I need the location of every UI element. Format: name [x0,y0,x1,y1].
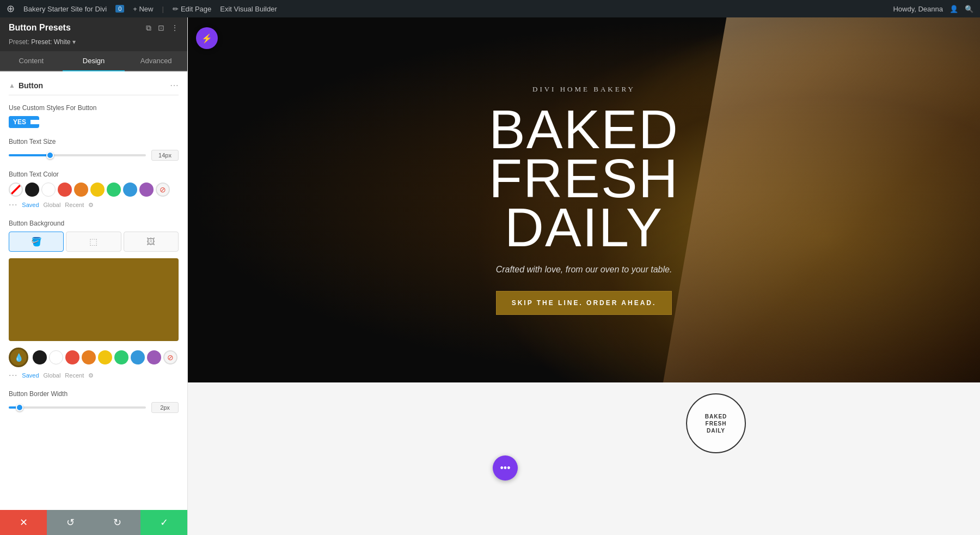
text-size-slider-thumb[interactable] [46,151,54,159]
section-title: ▲ Button [9,81,43,90]
color-dots[interactable]: ··· [9,200,17,210]
text-size-slider-track[interactable] [9,154,146,156]
bottom-tag-gear-icon[interactable]: ⚙ [88,372,94,379]
border-width-label: Button Border Width [9,390,179,398]
color-swatch-white[interactable] [41,183,56,197]
bottom-swatch-custom[interactable]: ⊘ [163,350,177,364]
tab-design[interactable]: Design [63,51,125,71]
save-button[interactable]: ✓ [140,510,187,535]
purple-fab-button[interactable]: ••• [493,455,518,481]
color-tag-global[interactable]: Global [44,202,61,208]
color-swatch-yellow[interactable] [90,183,105,197]
color-swatch-orange[interactable] [74,183,88,197]
divi-fab-button[interactable]: ⚡ [196,27,218,49]
bg-field: Button Background 🪣 ⬚ 🖼 💧 [9,220,179,380]
copy-icon[interactable]: ⧉ [146,23,151,33]
color-swatch-purple[interactable] [139,183,154,197]
color-tag-saved[interactable]: Saved [22,202,39,208]
bottom-swatch-red[interactable] [65,350,79,364]
hero-title-line2: DAILY [394,203,775,252]
more-icon[interactable]: ⋮ [171,23,179,33]
preset-label[interactable]: Preset: Preset: White ▾ [9,38,76,46]
tab-advanced[interactable]: Advanced [125,51,187,71]
bottom-swatch-orange[interactable] [82,350,96,364]
redo-icon: ↻ [113,516,121,528]
bottom-tag-recent[interactable]: Recent [65,372,84,379]
color-swatch-black[interactable] [25,183,39,197]
left-panel: Button Presets ⧉ ⊡ ⋮ Preset: Preset: Whi… [0,17,188,535]
section-collapse-icon[interactable]: ▲ [9,82,15,89]
divi-fab-icon: ⚡ [201,33,212,44]
panel-header: Button Presets ⧉ ⊡ ⋮ [0,17,187,38]
bottom-swatch-white[interactable] [49,350,63,364]
bg-options: 🪣 ⬚ 🖼 [9,232,179,252]
border-width-slider-track[interactable] [9,406,146,409]
color-swatch-blue[interactable] [123,183,137,197]
custom-styles-field: Use Custom Styles For Button YES [9,104,179,128]
undo-icon: ↺ [66,516,75,528]
site-name-link[interactable]: Bakery Starter Site for Divi [23,5,107,13]
bottom-swatch-purple[interactable] [147,350,161,364]
bottom-swatch-black[interactable] [33,350,47,364]
bg-option-image[interactable]: 🖼 [124,232,179,252]
stamp-text: BAKED FRESH DAILY [705,413,727,434]
close-icon: ✕ [20,516,28,528]
color-tag-gear-icon[interactable]: ⚙ [88,202,94,209]
section-menu-icon[interactable]: ⋯ [170,80,179,90]
custom-styles-toggle[interactable]: YES [9,116,39,128]
color-tag-recent[interactable]: Recent [65,202,84,208]
separator: | [162,5,164,13]
color-swatch-transparent[interactable] [9,183,23,197]
color-swatch-green[interactable] [107,183,121,197]
close-button[interactable]: ✕ [0,510,47,535]
tab-content[interactable]: Content [0,51,63,71]
toggle-yes[interactable]: YES [9,116,30,128]
toggle-no[interactable] [30,120,39,124]
eyedropper-button[interactable]: 💧 [9,348,28,367]
color-swatch-red[interactable] [58,183,72,197]
bottom-color-dots[interactable]: ··· [9,370,17,380]
new-button[interactable]: + New [133,5,153,13]
bottom-swatch-blue[interactable] [131,350,145,364]
redo-button[interactable]: ↻ [94,510,140,535]
bottom-swatch-yellow[interactable] [98,350,112,364]
bottom-tag-saved[interactable]: Saved [22,372,39,379]
bottom-swatch-green[interactable] [114,350,128,364]
edit-page-link[interactable]: ✏ Edit Page [173,5,211,13]
main-layout: Button Presets ⧉ ⊡ ⋮ Preset: Preset: Whi… [0,17,980,535]
bg-option-gradient[interactable]: ⬚ [66,232,121,252]
canvas: DIVI HOME BAKERY BAKED FRESH DAILY Craft… [188,17,980,535]
section-header-button: ▲ Button ⋯ [9,80,179,95]
border-width-field: Button Border Width 2px [9,390,179,413]
panel-tabs: Content Design Advanced [0,51,187,71]
panel-body: ▲ Button ⋯ Use Custom Styles For Button … [0,71,187,510]
text-size-value[interactable]: 14px [151,150,179,161]
undo-button[interactable]: ↺ [47,510,94,535]
hero-content: DIVI HOME BAKERY BAKED FRESH DAILY Craft… [394,85,775,315]
bg-option-solid[interactable]: 🪣 [9,232,64,252]
color-swatch-custom[interactable]: ⊘ [156,183,170,197]
avatar[interactable]: 👤 [950,5,958,13]
color-preview-large[interactable] [9,258,179,341]
exit-builder-link[interactable]: Exit Visual Builder [220,5,277,13]
border-width-value[interactable]: 2px [151,402,179,413]
wp-logo-icon[interactable]: ⊕ [7,3,15,15]
pencil-icon: ✏ [173,5,179,13]
bottom-tag-global[interactable]: Global [44,372,61,379]
check-icon: ✓ [160,516,168,528]
user-greeting: Howdy, Deanna [893,5,943,13]
comment-count-badge[interactable]: 0 [115,5,124,13]
text-size-slider-fill [9,154,50,156]
below-hero-section: BAKED FRESH DAILY ••• [188,382,980,535]
hero-title-line1: BAKED FRESH [394,105,775,203]
panel-preset: Preset: Preset: White ▾ [0,38,187,51]
hero-section: DIVI HOME BAKERY BAKED FRESH DAILY Craft… [188,17,980,382]
text-size-field: Button Text Size 14px [9,138,179,161]
custom-styles-label: Use Custom Styles For Button [9,104,179,112]
purple-fab-icon: ••• [500,463,511,474]
text-color-swatches: ⊘ [9,183,179,197]
hero-cta-button[interactable]: SKIP THE LINE. ORDER AHEAD. [496,291,672,315]
grid-icon[interactable]: ⊡ [158,23,164,33]
border-width-slider-thumb[interactable] [16,404,23,411]
search-icon[interactable]: 🔍 [965,5,973,13]
